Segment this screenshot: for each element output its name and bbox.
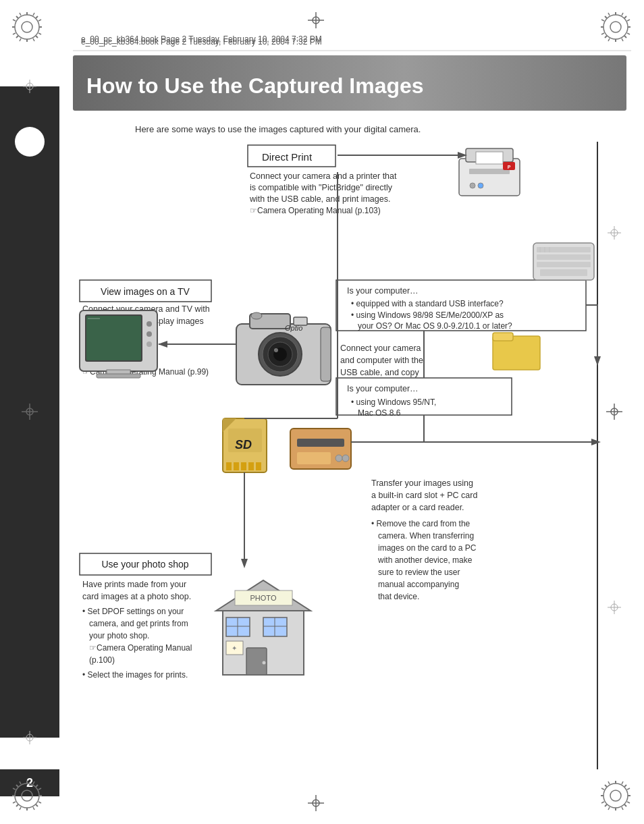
svg-text:(p.100): (p.100) xyxy=(89,655,115,665)
svg-text:Is your computer…: Is your computer… xyxy=(347,286,419,296)
svg-text:images on the card to a PC: images on the card to a PC xyxy=(378,543,477,553)
svg-text:Direct Print: Direct Print xyxy=(262,151,313,163)
svg-text:with the USB cable, and print : with the USB cable, and print images. xyxy=(249,194,390,204)
svg-rect-176 xyxy=(248,462,254,470)
svg-rect-115 xyxy=(476,152,503,164)
svg-rect-148 xyxy=(321,327,331,381)
svg-point-118 xyxy=(470,183,475,188)
svg-text:✦: ✦ xyxy=(232,644,237,652)
svg-point-133 xyxy=(146,341,152,347)
svg-rect-129 xyxy=(86,316,141,360)
svg-rect-135 xyxy=(97,374,140,378)
svg-text:your photo shop.: your photo shop. xyxy=(89,631,149,640)
svg-text:SD: SD xyxy=(235,438,252,451)
svg-text:Transfer your images using: Transfer your images using xyxy=(371,478,473,488)
svg-point-119 xyxy=(478,183,483,188)
svg-rect-179 xyxy=(297,439,344,447)
svg-text:Connect your camera and a prin: Connect your camera and a printer that xyxy=(250,171,397,181)
svg-text:your OS? Or Mac OS 9.0-9.2/10.: your OS? Or Mac OS 9.0-9.2/10.1 or later… xyxy=(358,321,512,331)
svg-rect-228 xyxy=(537,254,591,260)
svg-point-145 xyxy=(274,348,278,352)
svg-point-210 xyxy=(263,661,266,665)
svg-text:Optio: Optio xyxy=(285,324,302,332)
svg-point-147 xyxy=(251,312,262,319)
svg-text:that device.: that device. xyxy=(378,592,419,601)
svg-text:•  Set DPOF settings on your: • Set DPOF settings on your xyxy=(82,607,184,616)
svg-text:☞Camera Operating Manual (p.10: ☞Camera Operating Manual (p.103) xyxy=(250,206,381,215)
svg-text:View images on a TV: View images on a TV xyxy=(101,286,190,297)
svg-rect-175 xyxy=(241,462,246,470)
svg-rect-180 xyxy=(297,452,331,464)
svg-text:manual accompanying: manual accompanying xyxy=(378,580,459,589)
svg-text:adapter or a card reader.: adapter or a card reader. xyxy=(371,503,464,512)
svg-text:How to Use the Captured Images: How to Use the Captured Images xyxy=(86,74,424,98)
svg-text:•  Remove the card from the: • Remove the card from the xyxy=(371,519,471,528)
svg-point-131 xyxy=(146,321,152,327)
svg-text:•  equipped with a standard US: • equipped with a standard USB interface… xyxy=(351,299,504,308)
svg-text:☞Camera Operating Manual: ☞Camera Operating Manual xyxy=(89,643,192,653)
svg-rect-173 xyxy=(226,462,232,470)
svg-rect-230 xyxy=(540,269,587,276)
svg-text:with another device, make: with another device, make xyxy=(377,555,473,565)
page-container: 2 xyxy=(0,0,644,824)
svg-point-182 xyxy=(342,455,349,462)
svg-text:card images at a photo shop.: card images at a photo shop. xyxy=(82,592,191,601)
svg-text:USB cable, and copy: USB cable, and copy xyxy=(340,368,419,377)
svg-text:PHOTO: PHOTO xyxy=(250,594,277,602)
svg-text:•  using Windows 98/98 SE/Me/2: • using Windows 98/98 SE/Me/2000/XP as xyxy=(351,310,504,320)
svg-text:Mac OS 8.6: Mac OS 8.6 xyxy=(358,408,401,418)
svg-text:is compatible with "PictBridge: is compatible with "PictBridge" directly xyxy=(250,183,393,192)
svg-text:Have prints made from your: Have prints made from your xyxy=(82,580,186,589)
svg-text:sure to review the user: sure to review the user xyxy=(378,568,460,577)
svg-text:Here are some ways to use the : Here are some ways to use the images cap… xyxy=(135,124,421,134)
svg-text:Use your photo shop: Use your photo shop xyxy=(101,559,188,570)
svg-point-2 xyxy=(15,127,45,157)
svg-text:a built-in card slot + PC card: a built-in card slot + PC card xyxy=(371,491,477,500)
svg-text:camera. When transferring: camera. When transferring xyxy=(378,531,474,541)
svg-rect-177 xyxy=(256,462,261,470)
svg-text:camera, and get prints from: camera, and get prints from xyxy=(89,619,188,628)
svg-rect-174 xyxy=(234,462,239,470)
svg-rect-162 xyxy=(493,333,513,341)
svg-text:Connect your camera: Connect your camera xyxy=(340,344,421,353)
svg-rect-229 xyxy=(537,262,591,267)
file-info: e_00_pc_kb364.book Page 2 Tuesday, Febru… xyxy=(81,37,322,47)
svg-text:•  using Windows 95/NT,: • using Windows 95/NT, xyxy=(351,397,436,407)
svg-point-181 xyxy=(336,455,342,462)
svg-text:Is your computer…: Is your computer… xyxy=(347,384,419,393)
svg-text:•  Select the images for print: • Select the images for prints. xyxy=(82,670,188,680)
svg-point-132 xyxy=(146,331,152,337)
svg-text:and computer with the: and computer with the xyxy=(340,356,423,365)
svg-text:P: P xyxy=(508,165,511,169)
